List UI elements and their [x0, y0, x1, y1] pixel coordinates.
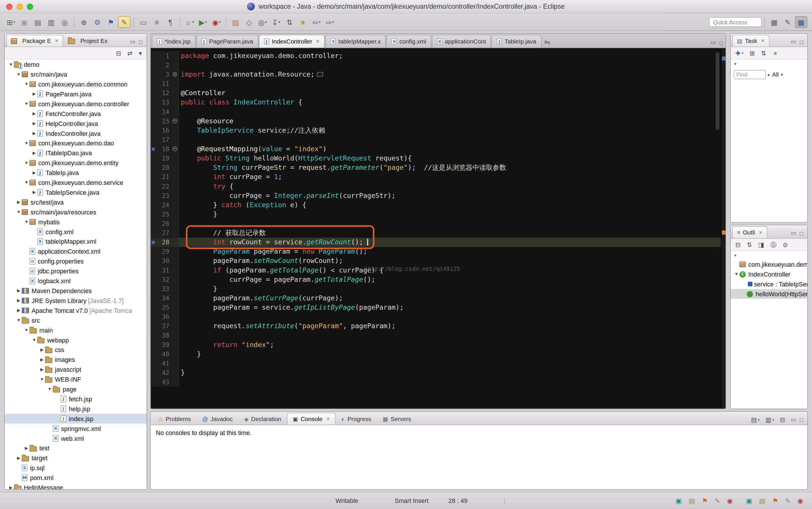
filter-tasks-button[interactable]: ★ — [771, 49, 779, 57]
expand-arrow-icon[interactable]: ▶ — [31, 131, 37, 136]
tab-outline[interactable]: ≡ Outli ✕ — [732, 226, 767, 238]
dropdown-caret-icon[interactable]: ▾ — [758, 418, 760, 422]
outline-item-service-tableipservice[interactable]: service : TableIpService — [731, 279, 807, 289]
tree-item-src-main-java-resources[interactable]: ▼src/main/java/resources — [5, 207, 146, 217]
run-button[interactable]: ▶▾ — [197, 16, 209, 28]
maximize-view-button[interactable]: □ — [800, 417, 803, 423]
outline-item-indexcontroller[interactable]: ▼CIndexController — [731, 269, 807, 279]
status-overflow-icon[interactable]: ⋮ — [501, 493, 507, 509]
expand-arrow-icon[interactable]: ▶ — [39, 367, 45, 372]
new-java-project-button[interactable]: ⊕ — [78, 16, 90, 28]
tree-item-helpcontroller-java[interactable]: ▶JHelpController.java — [5, 119, 146, 129]
tree-item-test[interactable]: ▶test — [5, 443, 146, 453]
tree-item-com-jikexueyuan-demo-service[interactable]: ▼com.jikexueyuan.demo.service — [5, 178, 146, 188]
close-tab-icon[interactable]: ✕ — [316, 39, 319, 44]
overview-mark-blue[interactable] — [722, 57, 725, 61]
dropdown-caret-icon[interactable]: ▾ — [319, 20, 321, 24]
toggle-mark-occurrences-button[interactable]: ⇅ — [283, 16, 296, 28]
expand-arrow-icon[interactable]: ▶ — [31, 92, 37, 96]
collapse-arrow-icon[interactable]: ▼ — [23, 328, 29, 333]
close-view-icon[interactable]: ✕ — [760, 38, 765, 43]
fold-expand-icon[interactable]: + — [172, 72, 177, 77]
tree-item-tableipmapper-xml[interactable]: XtableIpMapper.xml — [5, 237, 146, 246]
collapse-arrow-icon[interactable]: ▼ — [23, 102, 29, 106]
expand-arrow-icon[interactable]: ▶ — [16, 455, 22, 460]
collapse-arrow-icon[interactable]: ▼ — [23, 220, 29, 224]
view-menu-icon[interactable]: ▾ — [734, 253, 736, 258]
tree-item-logback-xml[interactable]: Xlogback.xml — [5, 276, 146, 286]
close-tab-icon[interactable]: ✕ — [326, 416, 330, 422]
tree-item-fetchcontroller-java[interactable]: ▶JFetchController.java — [5, 109, 146, 119]
outline-item-helloworld-httpservletrequest[interactable]: helloWorld(HttpServletRequest) — [731, 289, 807, 299]
sort-tasks-button[interactable]: ⇅ — [759, 49, 768, 57]
open-perspective-button[interactable]: ▦ — [768, 16, 780, 28]
new-file-button[interactable]: ▭ — [137, 16, 150, 28]
collapse-arrow-icon[interactable]: ▼ — [47, 387, 53, 392]
maximize-view-button[interactable]: □ — [139, 39, 142, 45]
run-configuration-gear-button[interactable]: ⚙ — [91, 16, 104, 28]
tree-item-main[interactable]: ▼main — [5, 325, 146, 335]
tree-item-config-properties[interactable]: ≡config.properties — [5, 256, 146, 266]
maximize-view-button[interactable]: □ — [800, 230, 803, 236]
insert-mode-status[interactable]: Smart Insert — [395, 493, 429, 509]
tree-item-itableipdao-java[interactable]: ▶JITableIpDao.java — [5, 148, 146, 158]
collapse-arrow-icon[interactable]: ▼ — [39, 377, 45, 382]
collapse-arrow-icon[interactable]: ▼ — [16, 72, 22, 77]
collapse-arrow-icon[interactable]: ▼ — [23, 180, 29, 185]
collapse-arrow-icon[interactable]: ▼ — [31, 338, 37, 342]
tree-item-mybatis[interactable]: ▼mybatis — [5, 217, 146, 227]
tree-item-tableipservice-java[interactable]: ▶JTableIpService.java — [5, 188, 146, 197]
tab-task[interactable]: ▤ Task ✕ — [732, 35, 769, 47]
close-view-icon[interactable]: ✕ — [758, 230, 763, 235]
status-monitor-button[interactable]: ▣ — [674, 497, 683, 505]
status-book-2-button[interactable]: ▤ — [757, 497, 767, 505]
tree-item-com-jikexueyuan-demo-dao[interactable]: ▼com.jikexueyuan.demo.dao — [5, 138, 146, 148]
close-window-button[interactable] — [6, 3, 12, 9]
pin-console-button[interactable]: ⊟ — [778, 416, 787, 424]
hide-fields-button[interactable]: ◨ — [756, 241, 766, 248]
tree-item-css[interactable]: ▶css — [5, 345, 146, 354]
expand-arrow-icon[interactable]: ▶ — [8, 485, 14, 489]
skip-all-breakpoints-button[interactable]: ↧▾ — [270, 16, 282, 28]
overview-mark-orange[interactable] — [722, 230, 725, 235]
editor-tab-tableipmapper-x[interactable]: XtableIpMapper.x — [325, 35, 386, 48]
view-menu-icon[interactable]: ▾ — [734, 61, 736, 66]
hide-non-public-members-button[interactable]: ⊘ — [781, 241, 790, 248]
categorize-tasks-button[interactable]: ⊞ — [748, 49, 756, 57]
tree-item-pageparam-java[interactable]: ▶JPageParam.java — [5, 89, 146, 99]
search-button[interactable]: ◎▾ — [256, 16, 269, 28]
collapse-arrow-icon[interactable]: ▼ — [23, 161, 29, 165]
expand-arrow-icon[interactable]: ▶ — [16, 308, 22, 313]
status-record-button[interactable]: ◉ — [725, 497, 734, 505]
outline-item-com-jikexueyuan-demo-controller[interactable]: com.jikexueyuan.demo.controller — [731, 260, 807, 269]
view-menu-button[interactable]: ▾ — [137, 49, 143, 57]
display-selected-console-button[interactable]: ▥▾ — [764, 416, 776, 424]
tree-item-pom-xml[interactable]: Mpom.xml — [5, 473, 146, 483]
tab-project-explorer[interactable]: Project Ex — [63, 35, 112, 47]
status-record-2-button[interactable]: ◉ — [796, 497, 805, 505]
tree-item-indexcontroller-java[interactable]: ▶JIndexController.java — [5, 129, 146, 138]
status-pencil-button[interactable]: ✎ — [713, 497, 722, 505]
collapse-all-button[interactable]: ⊟ — [734, 241, 742, 248]
tree-item-src[interactable]: ▼src — [5, 315, 146, 325]
tree-item-ip-sql[interactable]: Sip.sql — [5, 463, 146, 473]
collapse-arrow-icon[interactable]: ▼ — [23, 82, 29, 87]
save-button[interactable]: ▣ — [18, 16, 31, 28]
tree-item-applicationcontext-xml[interactable]: XapplicationContext.xml — [5, 246, 146, 256]
tree-item-index-jsp[interactable]: Jindex.jsp — [5, 414, 146, 424]
dropdown-caret-icon[interactable]: ▾ — [219, 20, 221, 24]
format-button[interactable]: ¶ — [164, 16, 177, 28]
tree-item-src-main-java[interactable]: ▼src/main/java — [5, 69, 146, 79]
view-tab-declaration[interactable]: ◈Declaration — [239, 413, 287, 425]
dropdown-caret-icon[interactable]: ▾ — [205, 20, 207, 24]
minimize-view-button[interactable]: ▭ — [791, 38, 796, 45]
tree-item-hellomessage[interactable]: ▶JHelloMessage — [5, 483, 146, 489]
open-console-button[interactable]: ▤▾ — [749, 416, 761, 424]
editor-tab-tableip-java[interactable]: JTableIp.java — [492, 35, 542, 48]
tree-item-tableip-java[interactable]: ▶JTableIp.java — [5, 168, 146, 178]
status-flag-2-button[interactable]: ⚑ — [771, 497, 780, 505]
link-with-editor-button[interactable]: ⇄ — [126, 49, 134, 57]
collapse-arrow-icon[interactable]: ▼ — [16, 210, 22, 214]
tree-item-web-inf[interactable]: ▼WEB-INF — [5, 374, 146, 384]
scope-arrow-icon[interactable]: ▸ — [768, 72, 770, 77]
